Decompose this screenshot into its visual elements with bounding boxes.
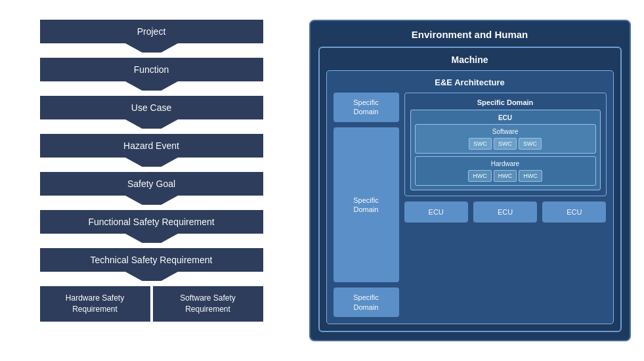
right-architecture-panel: Environment and Human Machine E&E Archit… — [309, 13, 631, 348]
specific-domain-top-label: Specific Domain — [410, 98, 601, 106]
arrow-down-inner — [125, 281, 178, 286]
specific-domain-right-top: Specific Domain ECU Software SWC SWC — [404, 93, 607, 196]
software-label: Software — [419, 128, 592, 135]
environment-label: Environment and Human — [318, 29, 622, 40]
arrow-7 — [125, 272, 178, 286]
main-container: Project Function Use Case Hazard Event — [7, 7, 637, 354]
arrow-down-inner — [125, 243, 178, 248]
arrow-3 — [125, 119, 178, 134]
flow-hazard-event: Hazard Event — [40, 134, 263, 158]
flow-technical-safety: Technical Safety Requirement — [40, 248, 263, 272]
ecu-standalone-1: ECU — [404, 202, 468, 223]
machine-box: Machine E&E Architecture SpecificDomain … — [318, 47, 622, 332]
arrow-down-inner — [125, 129, 178, 134]
arrow-2 — [125, 81, 178, 96]
swc-row: SWC SWC SWC — [419, 138, 592, 150]
ee-label: E&E Architecture — [333, 77, 607, 87]
ecu-standalone-2: ECU — [473, 202, 537, 223]
arrow-down-inner — [125, 91, 178, 96]
left-flow-panel: Project Function Use Case Hazard Event — [14, 13, 290, 348]
environment-box: Environment and Human Machine E&E Archit… — [309, 20, 631, 341]
flow-functional-safety: Functional Safety Requirement — [40, 210, 263, 234]
hardware-label: Hardware — [419, 160, 592, 167]
arrow-1 — [125, 43, 178, 58]
hwc-3: HWC — [519, 170, 542, 182]
ecu-standalone-3: ECU — [542, 202, 606, 223]
arrow-4 — [125, 158, 178, 172]
ecu-standalone-row: ECU ECU ECU — [404, 202, 607, 223]
ecu-inner-box: ECU Software SWC SWC SWC — [410, 110, 601, 190]
ee-architecture-box: E&E Architecture SpecificDomain Specific… — [326, 70, 614, 324]
ecu-inner-label: ECU — [415, 114, 596, 121]
flow-hardware-safety: Hardware Safety Requirement — [40, 286, 150, 322]
flow-software-safety: Software Safety Requirement — [153, 286, 263, 322]
arrow-down-inner — [125, 205, 178, 210]
hardware-box: Hardware HWC HWC HWC — [415, 156, 596, 186]
specific-domain-left-2: SpecificDomain — [333, 127, 399, 283]
machine-label: Machine — [326, 54, 614, 65]
flow-use-case: Use Case — [40, 96, 263, 119]
flow-project: Project — [40, 20, 263, 43]
specific-domain-left-3: SpecificDomain — [333, 287, 399, 317]
left-domains-column: SpecificDomain SpecificDomain SpecificDo… — [333, 93, 399, 317]
flow-safety-goal: Safety Goal — [40, 172, 263, 196]
specific-domain-left-1: SpecificDomain — [333, 93, 399, 122]
swc-2: SWC — [494, 138, 517, 150]
hwc-1: HWC — [468, 170, 492, 182]
flow-bottom-row: Hardware Safety Requirement Software Saf… — [40, 286, 263, 322]
hwc-row: HWC HWC HWC — [419, 170, 592, 182]
ee-content: SpecificDomain SpecificDomain SpecificDo… — [333, 93, 607, 317]
software-box: Software SWC SWC SWC — [415, 124, 596, 154]
right-domains-column: Specific Domain ECU Software SWC SWC — [404, 93, 607, 317]
arrow-5 — [125, 196, 178, 210]
swc-1: SWC — [469, 138, 492, 150]
arrow-down-inner — [125, 167, 178, 172]
flow-function: Function — [40, 58, 263, 81]
swc-3: SWC — [519, 138, 542, 150]
arrow-down-inner — [125, 53, 178, 58]
arrow-6 — [125, 234, 178, 248]
hwc-2: HWC — [494, 170, 517, 182]
